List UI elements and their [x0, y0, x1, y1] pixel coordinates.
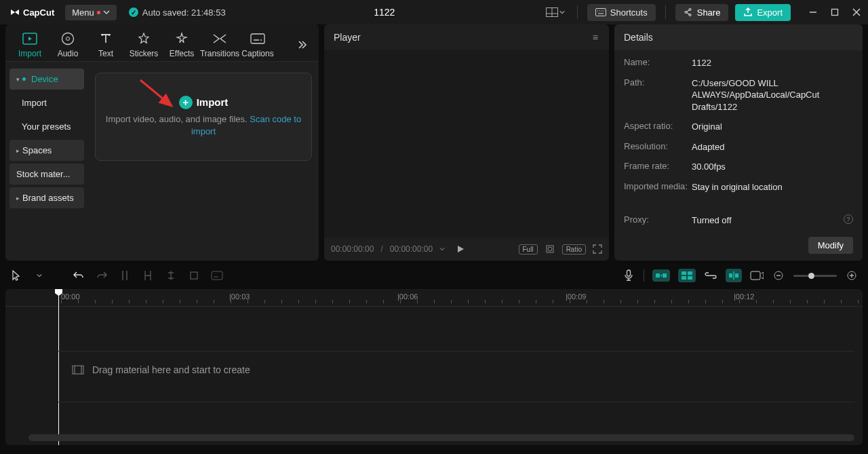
- mic-button[interactable]: [622, 269, 635, 282]
- captions-icon: [250, 31, 265, 46]
- svg-rect-26: [660, 275, 662, 276]
- layout-icon[interactable]: [543, 5, 568, 20]
- redo-button[interactable]: [95, 269, 108, 282]
- sidebar-item-brand[interactable]: ▸Brand assets: [9, 187, 84, 208]
- ruler-label: |00:03: [229, 292, 250, 301]
- project-title: 1122: [226, 7, 543, 18]
- maximize-button[interactable]: [829, 6, 841, 18]
- player-panel: Player ≡ 00:00:00:00 / 00:00:00:00 Full …: [324, 24, 609, 261]
- film-icon: [72, 365, 84, 375]
- modify-button[interactable]: Modify: [808, 237, 853, 254]
- timeline-ruler[interactable]: 00:00 |00:03 |00:06 |00:09 |00:12: [5, 289, 863, 307]
- arrow-annotation-icon: [138, 77, 178, 111]
- link-toggle[interactable]: [704, 269, 717, 282]
- tab-label: Captions: [241, 49, 273, 58]
- svg-rect-28: [688, 271, 692, 275]
- ruler-label: |00:09: [566, 292, 586, 301]
- close-button[interactable]: [850, 6, 863, 18]
- menu-label: Menu: [72, 7, 94, 18]
- sidebar-item-stock[interactable]: Stock mater...: [9, 164, 84, 185]
- player-menu-icon[interactable]: ≡: [593, 32, 599, 43]
- svg-rect-27: [682, 271, 686, 275]
- svg-rect-14: [251, 34, 264, 43]
- minimize-button[interactable]: [807, 6, 819, 18]
- detail-row-proxy: Proxy: Turned off ?: [624, 214, 853, 227]
- svg-rect-34: [751, 271, 760, 280]
- scrollbar-thumb[interactable]: [28, 434, 854, 441]
- svg-rect-32: [735, 273, 738, 278]
- menu-button[interactable]: Menu: [65, 5, 117, 20]
- tab-label: Import: [18, 49, 41, 58]
- transitions-icon: [212, 31, 227, 46]
- undo-button[interactable]: [72, 269, 85, 282]
- detail-row-name: Name:1122: [624, 57, 853, 69]
- drag-hint: Drag material here and start to create: [72, 364, 250, 375]
- player-header: Player ≡: [324, 24, 609, 50]
- shortcuts-button[interactable]: Shortcuts: [587, 4, 656, 21]
- help-icon[interactable]: ?: [844, 214, 853, 224]
- magnet-track-toggle[interactable]: [678, 269, 696, 282]
- detail-row-aspect: Aspect ratio:Original: [624, 121, 853, 133]
- tabs-overflow[interactable]: [292, 39, 313, 50]
- ratio-badge[interactable]: Ratio: [562, 244, 586, 254]
- audio-icon: [61, 31, 75, 46]
- media-sidebar: ▾Device Import Your presets ▸Spaces Stoc…: [5, 62, 88, 261]
- tab-stickers[interactable]: Stickers: [125, 29, 163, 61]
- snap-toggle[interactable]: [726, 269, 742, 282]
- svg-rect-31: [729, 273, 732, 278]
- caption-tool[interactable]: [210, 269, 224, 282]
- full-badge[interactable]: Full: [519, 244, 538, 254]
- sidebar-item-spaces[interactable]: ▸Spaces: [9, 140, 84, 161]
- tab-audio[interactable]: Audio: [49, 29, 87, 61]
- zoom-in-button[interactable]: [845, 269, 859, 282]
- separator: [665, 5, 666, 19]
- import-area: + Import Import video, audio, and image …: [88, 62, 319, 261]
- play-button[interactable]: [456, 244, 465, 254]
- tab-transitions[interactable]: Transitions: [201, 29, 239, 61]
- title-right: Shortcuts Share Export: [543, 4, 863, 21]
- export-button[interactable]: Export: [735, 4, 791, 21]
- zoom-thumb[interactable]: [808, 273, 814, 279]
- details-title: Details: [614, 24, 863, 50]
- split-tool[interactable]: [118, 269, 132, 282]
- zoom-out-button[interactable]: [772, 269, 785, 282]
- pointer-tool[interactable]: [9, 269, 23, 282]
- magnet-main-toggle[interactable]: [652, 269, 670, 282]
- svg-rect-10: [832, 10, 838, 16]
- tab-captions[interactable]: Captions: [239, 29, 277, 61]
- horizontal-scrollbar[interactable]: [28, 434, 854, 441]
- time-dropdown[interactable]: [439, 246, 445, 252]
- tab-text[interactable]: Text: [87, 29, 125, 61]
- pointer-dropdown[interactable]: [33, 269, 46, 282]
- ruler-label: 00:00: [61, 292, 80, 301]
- capcut-logo-icon: [9, 7, 20, 18]
- tab-import[interactable]: Import: [11, 29, 49, 61]
- window-controls: [807, 6, 863, 18]
- detail-row-path: Path:C:/Users/GOOD WILL ALWAYS/AppData/L…: [624, 77, 853, 113]
- trim-left-tool[interactable]: [141, 269, 155, 282]
- autosave-status: ✓ Auto saved: 21:48:53: [129, 7, 226, 18]
- caret-right-icon: ▸: [16, 147, 20, 154]
- shortcuts-label: Shortcuts: [610, 7, 648, 18]
- zoom-slider[interactable]: [793, 275, 837, 277]
- trim-right-tool[interactable]: [164, 269, 178, 282]
- timeline[interactable]: 00:00 |00:03 |00:06 |00:09 |00:12 Drag m…: [5, 289, 863, 445]
- share-button[interactable]: Share: [675, 4, 729, 21]
- tab-effects[interactable]: Effects: [163, 29, 201, 61]
- crop-tool[interactable]: [187, 269, 201, 282]
- effects-icon: [175, 31, 189, 46]
- svg-point-12: [62, 33, 74, 45]
- preview-toggle[interactable]: [750, 269, 764, 282]
- sidebar-item-presets[interactable]: Your presets: [9, 116, 84, 137]
- time-separator: /: [380, 244, 382, 254]
- tab-label: Stickers: [130, 49, 159, 58]
- sidebar-item-import[interactable]: Import: [9, 92, 84, 113]
- player-viewport[interactable]: [324, 50, 609, 238]
- details-panel: Details Name:1122 Path:C:/Users/GOOD WIL…: [614, 24, 863, 261]
- track-area[interactable]: Drag material here and start to create: [58, 314, 854, 426]
- import-card[interactable]: + Import Import video, audio, and image …: [95, 73, 312, 161]
- export-icon: [743, 7, 753, 17]
- crop-icon[interactable]: [545, 244, 555, 254]
- fullscreen-icon[interactable]: [593, 244, 602, 254]
- sidebar-item-device[interactable]: ▾Device: [9, 69, 84, 90]
